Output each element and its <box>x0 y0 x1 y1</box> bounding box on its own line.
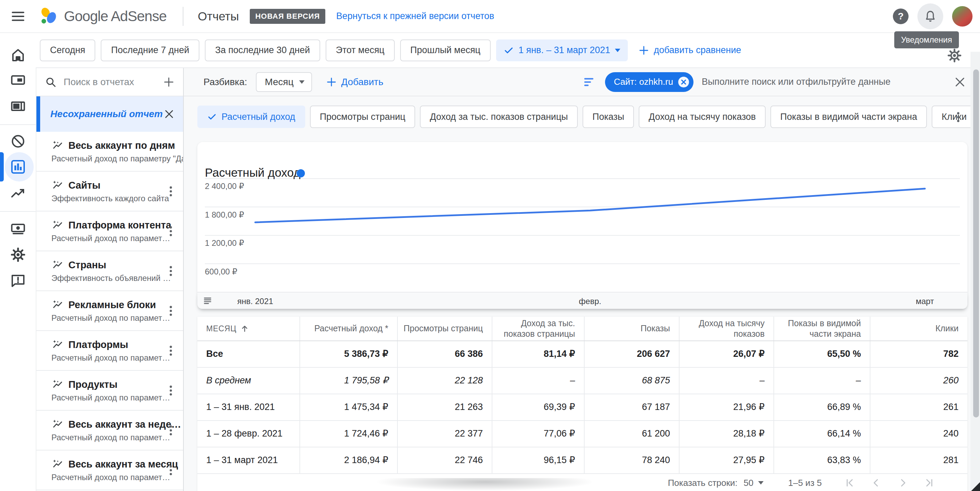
hamburger-menu-icon[interactable] <box>10 8 26 24</box>
report-kebab-menu-icon[interactable] <box>164 344 178 357</box>
report-list-item[interactable]: Платформа контентаРасчетный доход по пар… <box>37 212 183 251</box>
metric-tab[interactable]: Просмотры страниц <box>310 105 415 128</box>
y-axis-tick-label: 1 200,00 ₽ <box>205 238 244 248</box>
nav-payments[interactable] <box>0 215 36 242</box>
previous-page-icon[interactable] <box>871 477 882 488</box>
table-header-cell[interactable]: Доход за тыс. показов страницы <box>492 317 584 341</box>
table-row[interactable]: В среднем1 795,58 ₽22 128–68 875––260 <box>197 368 967 394</box>
report-list-item[interactable]: ПродуктыРасчетный доход по парамет… <box>37 371 183 411</box>
nav-blocking-controls[interactable] <box>0 128 36 155</box>
reports-search[interactable]: Поиск в отчетах <box>37 68 183 96</box>
table-header-cell[interactable]: Показы <box>584 317 679 341</box>
filter-search-input[interactable]: Выполните поиск или отфильтруйте данные <box>702 77 891 87</box>
report-kebab-menu-icon[interactable] <box>164 384 178 397</box>
report-kebab-menu-icon[interactable] <box>164 464 178 477</box>
table-cell-value: 240 <box>870 421 967 447</box>
report-settings-gear-icon[interactable] <box>947 48 962 63</box>
report-list-item[interactable]: ПлатформыРасчетный доход по парамет… <box>37 331 183 371</box>
help-button[interactable]: ? <box>893 8 908 24</box>
table-cell-value: 66 386 <box>397 341 492 367</box>
breakdown-dropdown[interactable]: Месяц <box>256 72 312 92</box>
new-report-plus-icon[interactable] <box>163 76 175 88</box>
scrollbar-thumb[interactable] <box>973 69 979 418</box>
revenue-line-chart[interactable] <box>197 142 967 292</box>
adsense-logo[interactable]: Google AdSense <box>39 6 166 27</box>
chip-close-icon[interactable] <box>677 76 690 89</box>
date-preset-button[interactable]: Последние 7 дней <box>101 40 199 61</box>
date-preset-button[interactable]: Прошлый месяц <box>400 40 491 61</box>
report-subtitle: Расчетный доход по парамет… <box>51 234 183 243</box>
search-input[interactable]: Поиск в отчетах <box>64 77 156 88</box>
report-kebab-menu-icon[interactable] <box>164 185 178 198</box>
nav-sites[interactable] <box>0 93 36 120</box>
last-page-icon[interactable] <box>924 477 935 488</box>
table-row[interactable]: 1 – 31 март 20212 186,94 ₽22 74696,15 ₽7… <box>197 447 967 474</box>
unsaved-report-item[interactable]: Несохраненный отчет <box>37 96 183 132</box>
pagination-range: 1–5 из 5 <box>788 478 822 488</box>
metric-tab[interactable]: Доход на тысячу показов <box>639 105 765 128</box>
nav-optimization[interactable] <box>0 180 36 207</box>
table-cell-value: 66,14 % <box>773 421 870 447</box>
table-header-cell[interactable]: Показы в видимой части экрана <box>773 317 870 341</box>
sparkline-report-icon <box>51 299 64 311</box>
report-title: Продукты <box>68 379 118 390</box>
back-to-old-reports-link[interactable]: Вернуться к прежней версии отчетов <box>336 11 494 21</box>
table-cell-value: 22 128 <box>397 368 492 394</box>
close-icon[interactable] <box>163 108 175 120</box>
site-filter-chip[interactable]: Сайт: ozhkh.ru <box>605 72 694 92</box>
filter-icon[interactable] <box>582 75 597 89</box>
nav-ads[interactable] <box>0 67 36 93</box>
metric-tab[interactable]: Показы в видимой части экрана <box>770 105 927 128</box>
add-comparison-button[interactable]: добавить сравнение <box>638 45 741 56</box>
report-title: Платформы <box>68 339 128 351</box>
report-kebab-menu-icon[interactable] <box>164 424 178 437</box>
sparkline-report-icon <box>51 458 64 470</box>
report-kebab-menu-icon[interactable] <box>164 225 178 238</box>
table-cell-value: 261 <box>870 394 967 420</box>
tabs-overflow-kebab-icon[interactable] <box>951 110 965 124</box>
add-breakdown-button[interactable]: Добавить <box>326 76 383 88</box>
table-row[interactable]: 1 – 31 янв. 20211 475,34 ₽21 26369,39 ₽6… <box>197 394 967 421</box>
next-page-icon[interactable] <box>897 477 908 488</box>
chevron-down-icon[interactable] <box>758 481 764 485</box>
report-list-item[interactable]: СтраныЭффективность объявлений … <box>37 251 183 291</box>
table-view-icon[interactable] <box>203 296 214 306</box>
notifications-button[interactable] <box>917 3 943 29</box>
report-subtitle: Эффективность объявлений … <box>51 273 183 283</box>
nav-home[interactable] <box>0 42 36 69</box>
close-icon[interactable] <box>953 76 966 89</box>
nav-reports-active[interactable] <box>0 153 36 180</box>
first-page-icon[interactable] <box>844 477 855 488</box>
table-header-cell[interactable]: Доход на тысячу показов <box>679 317 773 341</box>
adsense-logo-icon <box>39 6 59 27</box>
table-header-cell[interactable]: Клики <box>870 317 967 341</box>
breakdown-label: Разбивка: <box>204 77 247 88</box>
date-preset-button[interactable]: За последние 30 дней <box>205 40 320 61</box>
metric-tab-selected[interactable]: Расчетный доход <box>197 105 305 128</box>
report-list-item[interactable]: Весь аккаунт за месяцРасчетный доход по … <box>37 451 183 490</box>
date-preset-button[interactable]: Этот месяц <box>326 40 395 61</box>
table-cell-label: В среднем <box>197 368 299 394</box>
report-kebab-menu-icon[interactable] <box>164 264 178 278</box>
table-header-cell[interactable]: Месяц <box>197 317 299 341</box>
avatar[interactable] <box>952 6 972 27</box>
date-range-pill[interactable]: 1 янв. – 31 март 2021 <box>496 40 628 61</box>
page-scrollbar[interactable] <box>970 52 980 491</box>
nav-feedback[interactable] <box>0 268 36 294</box>
report-list-item[interactable]: СайтыЭффективность каждого сайта <box>37 172 183 212</box>
report-kebab-menu-icon[interactable] <box>164 304 178 318</box>
metric-tab[interactable]: Показы <box>582 105 634 128</box>
table-header-cell[interactable]: Просмотры страниц <box>397 317 492 341</box>
table-row[interactable]: 1 – 28 февр. 20211 724,46 ₽22 37777,06 ₽… <box>197 421 967 447</box>
table-header-cell[interactable]: Расчетный доход * <box>299 317 397 341</box>
date-filter-row: СегодняПоследние 7 днейЗа последние 30 д… <box>36 33 980 68</box>
date-preset-button[interactable]: Сегодня <box>40 40 95 61</box>
metric-tab[interactable]: Доход за тыс. показов страницы <box>420 105 578 128</box>
report-list-item[interactable]: Весь аккаунт за неде…Расчетный доход по … <box>37 411 183 451</box>
table-row[interactable]: Все5 386,73 ₽66 38681,14 ₽206 62726,07 ₽… <box>197 341 967 368</box>
report-list-item[interactable]: Весь аккаунт по днямРасчетный доход по п… <box>37 132 183 172</box>
report-list-item[interactable]: Рекламные блокиРасчетный доход по параме… <box>37 291 183 331</box>
rows-per-page-select[interactable]: 50 <box>743 478 753 488</box>
table-header-row: МесяцРасчетный доход *Просмотры страницД… <box>197 317 967 341</box>
nav-settings[interactable] <box>0 241 36 268</box>
